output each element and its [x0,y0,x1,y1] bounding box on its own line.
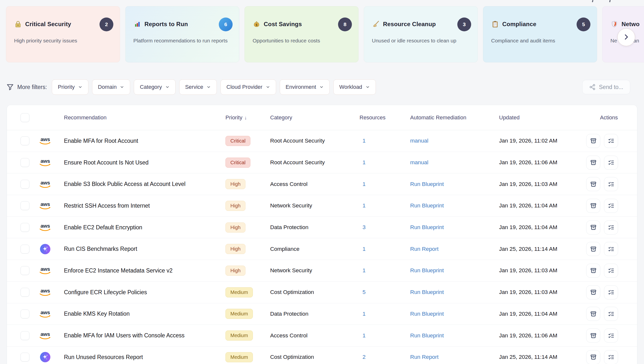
priority-badge: High [226,179,246,189]
filter-dropdown-workload[interactable]: Workload [333,80,376,95]
archive-action-button[interactable] [586,285,600,300]
checklist-action-button[interactable] [604,285,618,300]
row-checkbox[interactable] [21,266,29,275]
recommendation-name[interactable]: Enable MFA for Root Account [64,138,138,144]
resources-count-link[interactable]: 1 [359,138,366,144]
archive-action-button[interactable] [586,328,600,342]
recommendation-name[interactable]: Ensure Root Account Is Not Used [64,159,149,166]
col-recommendation[interactable]: Recommendation [64,114,226,121]
checklist-action-button[interactable] [604,242,618,256]
recommendation-name[interactable]: Configure ECR Lifecycle Policies [64,289,147,296]
cards-scroll-next-button[interactable] [617,28,635,46]
row-checkbox[interactable] [21,288,29,297]
resources-count-link[interactable]: 1 [359,159,366,166]
remediation-link[interactable]: Run Report [410,354,439,360]
recommendation-name[interactable]: Enable MFA for IAM Users with Console Ac… [64,332,184,338]
summary-card[interactable]: Critical Security 2 High priority securi… [6,6,120,62]
clipped-text-fragment [592,0,593,2]
archive-action-button[interactable] [586,220,600,234]
row-checkbox[interactable] [21,353,29,362]
sort-desc-icon: ↓ [244,115,247,120]
recommendation-name[interactable]: Restrict SSH Access from Internet [64,202,150,209]
row-checkbox[interactable] [21,180,29,189]
archive-action-button[interactable] [586,156,600,170]
checklist-action-button[interactable] [604,177,618,191]
resources-count-link[interactable]: 1 [359,202,366,209]
filter-dropdown-label: Priority [58,84,75,90]
row-checkbox[interactable] [21,331,29,340]
recommendation-name[interactable]: Run Unused Resources Report [64,354,143,360]
col-updated[interactable]: Updated [499,114,586,121]
checklist-action-button[interactable] [604,156,618,170]
col-resources[interactable]: Resources [359,114,410,121]
filter-dropdown-environment[interactable]: Environment [280,80,330,95]
resources-count-link[interactable]: 1 [359,267,366,274]
col-remediation[interactable]: Automatic Remediation [410,114,499,121]
row-checkbox[interactable] [21,245,29,254]
archive-action-button[interactable] [586,264,600,278]
card-count-badge: 5 [577,18,590,31]
summary-card[interactable]: Reports to Run 6 Platform recommendation… [125,6,239,62]
checklist-action-button[interactable] [604,134,618,148]
remediation-link[interactable]: Run Blueprint [410,311,444,317]
resources-count-link[interactable]: 3 [359,224,366,230]
archive-action-button[interactable] [586,134,600,148]
funnel-icon [7,83,14,91]
priority-badge: High [226,201,246,211]
archive-action-button[interactable] [586,199,600,213]
checklist-action-button[interactable] [604,264,618,278]
resources-count-link[interactable]: 1 [359,181,366,188]
remediation-link[interactable]: Run Blueprint [410,267,444,274]
resources-count-link[interactable]: 1 [359,311,366,317]
resources-count-link[interactable]: 2 [359,354,366,360]
resources-count-link[interactable]: 5 [359,289,366,296]
checklist-action-button[interactable] [604,307,618,321]
archive-icon [590,289,597,296]
remediation-link[interactable]: manual [410,159,428,166]
archive-action-button[interactable] [586,307,600,321]
recommendation-name[interactable]: Run CIS Benchmarks Report [64,246,137,252]
row-checkbox[interactable] [21,136,29,145]
filter-dropdown-service[interactable]: Service [179,80,217,95]
remediation-link[interactable]: Run Blueprint [410,289,444,295]
remediation-link[interactable]: Run Blueprint [410,181,444,187]
filter-dropdown-category[interactable]: Category [134,80,175,95]
archive-action-button[interactable] [586,350,600,364]
recommendation-name[interactable]: Enable KMS Key Rotation [64,310,130,317]
row-checkbox[interactable] [21,158,29,167]
sparkles-icon [39,244,51,254]
checklist-action-button[interactable] [604,220,618,234]
checklist-action-button[interactable] [604,328,618,342]
recommendation-name[interactable]: Enable EC2 Default Encryption [64,224,142,230]
checklist-action-button[interactable] [604,350,618,364]
summary-card[interactable]: $ Cost Savings 8 Opportunities to reduce… [245,6,359,62]
select-all-checkbox[interactable] [21,113,29,122]
recommendation-name[interactable]: Enable S3 Block Public Access at Account… [64,181,185,187]
checklist-action-button[interactable] [604,199,618,213]
chevron-down-icon [78,85,83,89]
remediation-link[interactable]: Run Blueprint [410,224,444,230]
card-description-left: Unused or idle resources to clean up [372,38,456,44]
remediation-link[interactable]: manual [410,138,428,144]
col-priority[interactable]: Priority↓ [226,114,270,121]
remediation-link[interactable]: Run Blueprint [410,202,444,209]
row-checkbox[interactable] [21,201,29,210]
row-checkbox[interactable] [21,310,29,318]
filter-dropdown-priority[interactable]: Priority [52,80,88,95]
send-to-button[interactable]: Send to... [582,80,630,94]
money-bag-icon: $ [253,20,261,28]
resources-count-link[interactable]: 1 [359,246,366,252]
remediation-link[interactable]: Run Report [410,246,439,252]
recommendation-name[interactable]: Enforce EC2 Instance Metadata Service v2 [64,267,173,274]
archive-action-button[interactable] [586,177,600,191]
col-category[interactable]: Category [270,114,359,121]
card-description: Opportunities to reduce costs [253,36,350,45]
resources-count-link[interactable]: 1 [359,332,366,339]
row-checkbox[interactable] [21,223,29,232]
summary-card[interactable]: Resource Cleanup 3 Unused or idle resour… [364,6,478,62]
summary-card[interactable]: Compliance 5 Compliance and audit items [483,6,597,62]
filter-dropdown-domain[interactable]: Domain [92,80,130,95]
filter-dropdown-cloud-provider[interactable]: Cloud Provider [221,80,276,95]
remediation-link[interactable]: Run Blueprint [410,332,444,338]
archive-action-button[interactable] [586,242,600,256]
